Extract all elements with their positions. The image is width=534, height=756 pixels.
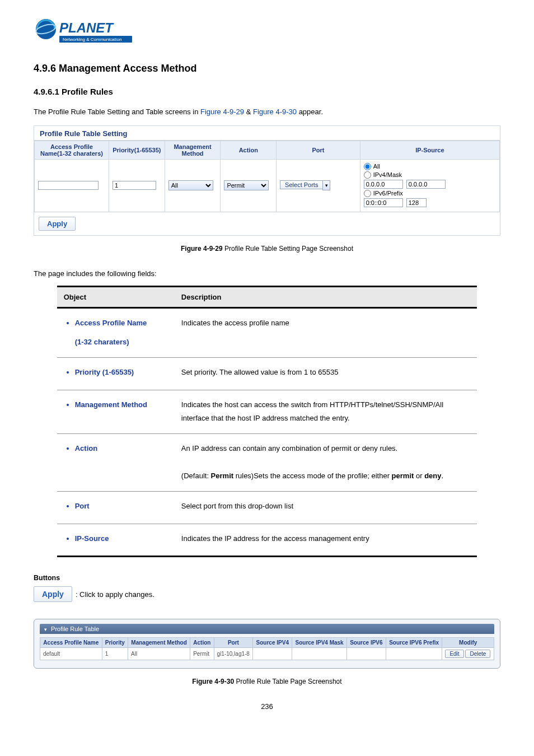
desc-object: Priority (1-65535): [75, 366, 168, 380]
desc-text-cell: Indicates the access profile name: [175, 307, 477, 357]
cell-sipv4m: [292, 648, 347, 660]
svg-text:PLANET: PLANET: [59, 20, 114, 35]
desc-text-cell: Indicates the host can access the switch…: [175, 390, 477, 433]
th-name: Access Profile Name(1-32 charaters): [35, 141, 109, 159]
method-select[interactable]: All: [168, 180, 213, 190]
panel2-title: Profile Rule Table: [51, 626, 99, 632]
intro-prefix: The Profile Rule Table Setting and Table…: [34, 108, 200, 116]
desc-object-cell: Priority (1-65535): [57, 357, 175, 390]
fields-intro: The page includes the following fields:: [34, 269, 500, 278]
ipv4-mask-input[interactable]: [406, 180, 446, 189]
result-th: Source IPV6 Prefix: [386, 638, 442, 648]
chevron-down-icon[interactable]: ▾: [322, 180, 330, 190]
cell-sipv6p: [386, 648, 442, 660]
desc-text-cell: Set priority. The allowed value is from …: [175, 357, 477, 390]
result-th: Management Method: [128, 638, 190, 648]
desc-th-object: Object: [57, 286, 175, 307]
svg-text:Networking & Communication: Networking & Communication: [63, 37, 121, 42]
page-number: 236: [34, 702, 500, 711]
cell-action: Permit: [190, 648, 214, 660]
result-th: Priority: [102, 638, 128, 648]
apply-button[interactable]: Apply: [39, 217, 76, 231]
profile-name-input[interactable]: [38, 181, 99, 190]
ipsource-cell: All IPv4/Mask IPv6/Prefix: [360, 159, 499, 212]
desc-object: Management Method: [75, 398, 168, 412]
desc-object: Action: [75, 442, 168, 456]
desc-object-cell: IP-Source: [57, 524, 175, 557]
desc-object: IP-Source: [75, 532, 168, 546]
figure-link-1[interactable]: Figure 4-9-29: [200, 108, 244, 116]
ip-v4mask-label: IPv4/Mask: [373, 171, 402, 178]
cell-method: All: [128, 648, 190, 660]
th-port: Port: [277, 141, 360, 159]
cell-name: default: [40, 648, 102, 660]
subsection-heading: 4.9.6.1 Profile Rules: [34, 87, 500, 96]
figure-caption-1: Figure 4-9-29 Profile Rule Table Setting…: [34, 245, 500, 253]
delete-button[interactable]: Delete: [465, 650, 490, 658]
setting-table: Access Profile Name(1-32 charaters) Prio…: [34, 141, 500, 212]
ipv4-addr-input[interactable]: [364, 180, 403, 189]
chevron-down-icon: ▾: [44, 627, 47, 632]
priority-input[interactable]: [113, 181, 156, 190]
th-method: Management Method: [165, 141, 221, 159]
desc-object-cell: Action: [57, 433, 175, 491]
apply-button-sample[interactable]: Apply: [34, 586, 72, 602]
ip-v6prefix-label: IPv6/Prefix: [373, 190, 403, 197]
desc-object: Port: [75, 500, 168, 514]
intro-suffix: appear.: [299, 108, 323, 116]
desc-th-desc: Description: [175, 286, 477, 307]
cell-priority: 1: [102, 648, 128, 660]
result-th: Modify: [442, 638, 494, 648]
table-row: default 1 All Permit gi1-10,lag1-8 Edit …: [40, 648, 494, 660]
result-th: Source IPV4 Mask: [292, 638, 347, 648]
apply-description-text: : Click to apply changes.: [76, 590, 154, 599]
ip-all-label: All: [373, 163, 380, 170]
ip-v4mask-radio[interactable]: [364, 171, 371, 179]
th-action: Action: [221, 141, 277, 159]
cell-port: gi1-10,lag1-8: [214, 648, 253, 660]
result-th: Access Profile Name: [40, 638, 102, 648]
setting-row: All Permit Select Ports▾ All: [35, 159, 500, 212]
ip-all-radio[interactable]: [364, 163, 371, 170]
result-th: Action: [190, 638, 214, 648]
description-table: Object Description Access Profile Name(1…: [57, 286, 477, 558]
result-th: Source IPV4: [253, 638, 292, 648]
figure-caption-2: Figure 4-9-30 Profile Rule Table Page Sc…: [34, 678, 500, 685]
th-ipsource: IP-Source: [360, 141, 499, 159]
ipv6-addr-input[interactable]: [364, 198, 403, 207]
desc-object: Access Profile Name: [75, 316, 168, 330]
desc-object-cell: Management Method: [57, 390, 175, 433]
apply-description-row: Apply : Click to apply changes.: [34, 586, 500, 602]
edit-button[interactable]: Edit: [445, 650, 463, 658]
brand-logo: PLANET Networking & Communication: [34, 17, 500, 49]
planet-logo-icon: PLANET Networking & Communication: [34, 17, 140, 49]
figure-link-2[interactable]: Figure 4-9-30: [253, 108, 297, 116]
result-th: Port: [214, 638, 253, 648]
result-th: Source IPV6: [346, 638, 386, 648]
desc-text-cell: An IP address can contain any combinatio…: [175, 433, 477, 491]
ip-v6prefix-radio[interactable]: [364, 190, 371, 197]
profile-rule-setting-panel: Profile Rule Table Setting Access Profil…: [34, 125, 500, 236]
intro-paragraph: The Profile Rule Table Setting and Table…: [34, 106, 500, 118]
th-priority: Priority(1-65535): [109, 141, 165, 159]
desc-object-cell: Port: [57, 492, 175, 524]
cell-modify: Edit Delete: [442, 648, 494, 660]
panel-title: Profile Rule Table Setting: [34, 126, 500, 141]
ipv6-prefix-input[interactable]: [406, 198, 427, 207]
intro-mid: &: [246, 108, 253, 116]
panel2-header[interactable]: ▾ Profile Rule Table: [40, 624, 494, 634]
cell-sipv6: [346, 648, 386, 660]
svg-point-0: [36, 19, 56, 39]
section-heading: 4.9.6 Management Access Method: [34, 63, 500, 74]
action-select[interactable]: Permit: [224, 180, 269, 190]
select-ports-button[interactable]: Select Ports: [280, 180, 323, 189]
buttons-heading: Buttons: [34, 574, 500, 582]
cell-sipv4: [253, 648, 292, 660]
desc-text-cell: Indicates the IP address for the access …: [175, 524, 477, 557]
desc-text-cell: Select port from this drop-down list: [175, 492, 477, 524]
result-table: Access Profile NamePriorityManagement Me…: [40, 637, 494, 660]
profile-rule-table-panel: ▾ Profile Rule Table Access Profile Name…: [34, 619, 500, 669]
desc-object-cell: Access Profile Name(1-32 charaters): [57, 307, 175, 357]
